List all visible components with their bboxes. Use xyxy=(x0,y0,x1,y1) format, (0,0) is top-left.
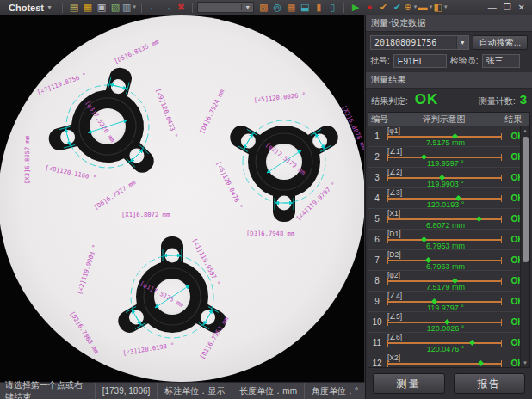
table-row[interactable]: 5[X1]6.8072 mmOK xyxy=(368,209,529,230)
chevron-down-icon: ▼ xyxy=(46,4,53,10)
scrollbar-thumb[interactable] xyxy=(523,137,529,262)
save-icon[interactable]: ▣ xyxy=(95,1,108,14)
section-title-setup: 测量·设定数据 xyxy=(366,15,532,32)
row-number: 4 xyxy=(368,188,386,208)
tolerance-diagram: [D1]6.7953 mm xyxy=(386,230,505,249)
calibration-grid-icon: ▦ xyxy=(287,1,295,14)
scrollbar-track[interactable] xyxy=(523,135,529,359)
batch-input[interactable]: E91HL xyxy=(393,54,447,68)
layout-panel-icon[interactable]: ▯ xyxy=(325,1,339,14)
toolbar-separator xyxy=(141,3,142,13)
fill-color-icon[interactable]: ▬▼ xyxy=(418,1,433,14)
toolbar-group-view: ▩◎▦⬓▮▯ xyxy=(257,1,339,14)
calibration-grid-icon[interactable]: ▦ xyxy=(284,1,298,14)
row-number: 7 xyxy=(368,250,386,270)
delete-icon[interactable]: ✖ xyxy=(174,1,188,14)
record-icon[interactable]: ● xyxy=(362,1,376,14)
tolerance-bar xyxy=(387,239,502,241)
batch-label: 批号: xyxy=(370,55,390,67)
measure-button[interactable]: 测量 xyxy=(373,373,445,394)
dataset-value: 201808091756 xyxy=(371,38,456,47)
angle-unit: 角度单位：° xyxy=(304,383,365,399)
row-number: 3 xyxy=(368,168,386,187)
undo-arrow-icon[interactable]: ← xyxy=(146,1,160,14)
record-icon: ● xyxy=(367,1,373,14)
new-document-icon: ▤ xyxy=(70,1,78,14)
inspector-input[interactable]: 张三 xyxy=(482,54,520,68)
save-icon: ▣ xyxy=(97,1,106,14)
section-title-results: 测量结果 xyxy=(366,72,532,89)
feature-label: [∠3] xyxy=(387,188,402,197)
report-button[interactable]: 报告 xyxy=(454,373,526,394)
table-row[interactable]: 2[∠1]119.9597 °OK xyxy=(368,147,529,168)
scroll-down-icon[interactable]: ▼ xyxy=(523,359,528,367)
layout-panel-icon: ▯ xyxy=(330,1,335,14)
status-hint: 请选择第一个点或右键结束 xyxy=(0,379,95,399)
auto-search-button[interactable]: 自动搜索... xyxy=(473,35,528,50)
measurement-canvas[interactable]: [D5]6.8135 mm[∠7]119.8756 °[∠9]120.0433 … xyxy=(0,15,364,382)
row-number: 5 xyxy=(368,209,386,229)
table-row[interactable]: 4[∠3]120.0193 °OK xyxy=(368,188,529,209)
table-row[interactable]: 1[φ1]7.5175 mmOK xyxy=(368,126,529,147)
list-panel-icon[interactable]: ▮ xyxy=(312,1,325,14)
app-menu-button[interactable]: Chotest ▼ xyxy=(3,3,58,13)
monitor-icon[interactable]: ⬓ xyxy=(298,1,312,14)
toolbar-separator xyxy=(192,3,193,13)
screen-capture-icon[interactable]: ◧▼ xyxy=(433,1,448,14)
results-table: 编号 评判示意图 结果 1[φ1]7.5175 mmOK2[∠1]119.959… xyxy=(368,112,530,368)
row-number: 8 xyxy=(368,271,386,291)
row-number: 10 xyxy=(368,312,386,332)
list-panel-icon: ▮ xyxy=(316,1,321,14)
measured-value: 7.5175 mm xyxy=(386,138,505,147)
table-row[interactable]: 12[X2]6.8078 mmOK xyxy=(368,353,529,367)
status-bar: 请选择第一个点或右键结束 [1739, 1806] 标注单位：显示 长度单位：m… xyxy=(0,382,365,399)
save-as-icon: ▥ xyxy=(122,1,131,14)
measured-value: 120.0476 ° xyxy=(386,345,505,353)
new-document-icon[interactable]: ▤ xyxy=(67,1,81,14)
tolerance-diagram: [φ2]7.5179 mm xyxy=(386,271,505,291)
tolerance-diagram: [X1]6.8072 mm xyxy=(386,209,505,229)
table-row[interactable]: 3[∠2]119.9903 °OK xyxy=(368,168,529,188)
zoom-search-icon[interactable]: ◎ xyxy=(270,1,284,14)
header-result: 结果 xyxy=(497,114,529,126)
measured-value: 120.0193 ° xyxy=(386,200,505,209)
approve-teal-icon[interactable]: ✔ xyxy=(390,1,404,14)
run-measure-icon[interactable]: ▶ xyxy=(349,1,362,14)
table-row[interactable]: 10[∠5]120.0026 °OK xyxy=(368,312,529,333)
table-row[interactable]: 8[φ2]7.5179 mmOK xyxy=(368,271,529,292)
save-as-icon[interactable]: ▥▼ xyxy=(122,1,137,14)
header-number: 编号 xyxy=(368,114,391,126)
approve-orange-icon[interactable]: ✔ xyxy=(376,1,390,14)
dimension-label: [D3]6.7948 mm xyxy=(246,230,294,237)
maximize-button[interactable]: ❐ xyxy=(504,3,511,12)
table-row[interactable]: 11[∠6]120.0476 °OK xyxy=(368,333,529,353)
minimize-button[interactable]: — xyxy=(488,3,497,12)
redo-arrow-icon[interactable]: → xyxy=(160,1,174,14)
feature-label: [∠4] xyxy=(387,292,402,300)
measure-circle-icon[interactable]: ⊕▼ xyxy=(404,1,418,14)
tolerance-diagram: [∠2]119.9903 ° xyxy=(386,168,505,187)
edit-image-icon[interactable]: ▧ xyxy=(108,1,122,14)
scroll-up-icon[interactable]: ▲ xyxy=(523,126,528,135)
toolbar-combobox[interactable]: ▼ xyxy=(197,2,254,13)
close-button[interactable]: ✕ xyxy=(518,3,525,12)
measured-value: 6.7953 mm xyxy=(386,242,505,250)
open-folder-icon[interactable]: ▦ xyxy=(81,1,95,14)
results-table-header: 编号 评判示意图 结果 xyxy=(368,113,529,126)
toolbar-group-nav: ←→✖ xyxy=(146,1,188,14)
delete-icon: ✖ xyxy=(177,1,185,14)
tolerance-diagram: [X2]6.8078 mm xyxy=(386,353,505,367)
cursor-coordinates: [1739, 1806] xyxy=(95,383,158,399)
table-scrollbar[interactable]: ▲ ▼ xyxy=(520,126,529,367)
table-row[interactable]: 7[D2]6.7963 mmOK xyxy=(368,250,529,271)
results-table-body: 1[φ1]7.5175 mmOK2[∠1]119.9597 °OK3[∠2]11… xyxy=(368,126,529,367)
toolbar-separator xyxy=(62,3,63,13)
table-row[interactable]: 6[D1]6.7953 mmOK xyxy=(368,230,529,250)
measure-circle-icon: ⊕ xyxy=(404,1,411,14)
image-view-icon: ▩ xyxy=(259,1,268,14)
chevron-down-icon: ▼ xyxy=(443,1,448,14)
dataset-dropdown[interactable]: 201808091756 ▼ xyxy=(370,35,469,50)
row-number: 6 xyxy=(368,230,386,249)
table-row[interactable]: 9[∠4]119.9797 °OK xyxy=(368,292,529,312)
image-view-icon[interactable]: ▩ xyxy=(257,1,270,14)
